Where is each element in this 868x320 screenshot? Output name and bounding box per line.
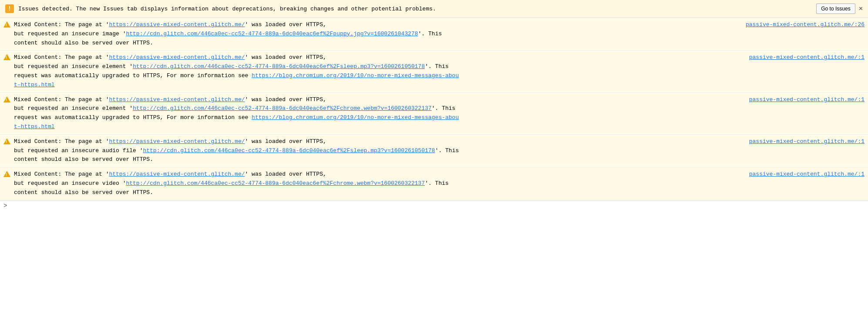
go-to-issues-button[interactable]: Go to Issues	[816, 3, 855, 14]
source-link-2[interactable]: passive-mixed-content.glitch.me/:1	[749, 53, 865, 62]
page-link-1[interactable]: https://passive-mixed-content.glitch.me/	[109, 21, 245, 28]
source-link-1[interactable]: passive-mixed-content.glitch.me/:26	[746, 20, 865, 30]
page-link-3[interactable]: https://passive-mixed-content.glitch.me/	[109, 96, 245, 103]
message-text-4: Mixed Content: The page at 'https://pass…	[14, 137, 740, 164]
message-content-1: Mixed Content: The page at 'https://pass…	[14, 20, 865, 48]
message-text-1: Mixed Content: The page at 'https://pass…	[14, 20, 737, 48]
blog-link-2[interactable]: https://blog.chromium.org/2019/10/no-mor…	[14, 72, 459, 88]
message-content-2: Mixed Content: The page at 'https://pass…	[14, 53, 865, 89]
source-link-5[interactable]: passive-mixed-content.glitch.me/:1	[749, 170, 865, 179]
warning-icon: !	[5, 4, 14, 13]
source-link-4[interactable]: passive-mixed-content.glitch.me/:1	[749, 137, 865, 146]
message-content-5: Mixed Content: The page at 'https://pass…	[14, 170, 865, 197]
warning-triangle-4	[3, 138, 10, 145]
message-text-5: Mixed Content: The page at 'https://pass…	[14, 170, 740, 197]
message-text-2: Mixed Content: The page at 'https://pass…	[14, 53, 740, 89]
issues-banner: ! Issues detected. The new Issues tab di…	[0, 0, 868, 18]
message-row-2: Mixed Content: The page at 'https://pass…	[14, 53, 865, 89]
resource-link-4[interactable]: http://cdn.glitch.com/446ca0ec-cc52-4774…	[143, 147, 435, 154]
console-area: Mixed Content: The page at 'https://pass…	[0, 18, 868, 200]
page-link-5[interactable]: https://passive-mixed-content.glitch.me/	[109, 171, 245, 177]
message-row-5: Mixed Content: The page at 'https://pass…	[14, 170, 865, 197]
source-link-3[interactable]: passive-mixed-content.glitch.me/:1	[749, 95, 865, 105]
console-message-2: Mixed Content: The page at 'https://pass…	[0, 51, 868, 92]
resource-link-2[interactable]: http://cdn.glitch.com/446ca0ec-cc52-4774…	[133, 63, 425, 70]
chevron-icon[interactable]: >	[3, 202, 7, 209]
console-message-1: Mixed Content: The page at 'https://pass…	[0, 18, 868, 51]
console-message-5: Mixed Content: The page at 'https://pass…	[0, 167, 868, 200]
issues-banner-right: Go to Issues ×	[816, 3, 863, 14]
issues-banner-text: Issues detected. The new Issues tab disp…	[18, 6, 436, 12]
page-link-2[interactable]: https://passive-mixed-content.glitch.me/	[109, 54, 245, 61]
message-row-3: Mixed Content: The page at 'https://pass…	[14, 95, 865, 132]
resource-link-1[interactable]: http://cdn.glitch.com/446ca0ec-cc52-4774…	[126, 31, 418, 37]
close-button[interactable]: ×	[859, 5, 863, 12]
issues-banner-left: ! Issues detected. The new Issues tab di…	[5, 4, 436, 13]
warning-triangle-3	[3, 96, 10, 103]
warning-triangle-1	[3, 21, 10, 28]
warning-triangle-5	[3, 170, 10, 177]
blog-link-3[interactable]: https://blog.chromium.org/2019/10/no-mor…	[14, 114, 459, 130]
warning-triangle-2	[3, 54, 10, 61]
message-row-1: Mixed Content: The page at 'https://pass…	[14, 20, 865, 48]
console-bottom: >	[0, 200, 868, 211]
message-content-3: Mixed Content: The page at 'https://pass…	[14, 95, 865, 132]
message-row-4: Mixed Content: The page at 'https://pass…	[14, 137, 865, 164]
message-content-4: Mixed Content: The page at 'https://pass…	[14, 137, 865, 164]
resource-link-5[interactable]: http://cdn.glitch.com/446ca0ec-cc52-4774…	[126, 180, 425, 187]
resource-link-3[interactable]: http://cdn.glitch.com/446ca0ec-cc52-4774…	[133, 105, 432, 112]
console-message-4: Mixed Content: The page at 'https://pass…	[0, 135, 868, 167]
message-text-3: Mixed Content: The page at 'https://pass…	[14, 95, 740, 132]
console-message-3: Mixed Content: The page at 'https://pass…	[0, 93, 868, 135]
page-link-4[interactable]: https://passive-mixed-content.glitch.me/	[109, 138, 245, 145]
